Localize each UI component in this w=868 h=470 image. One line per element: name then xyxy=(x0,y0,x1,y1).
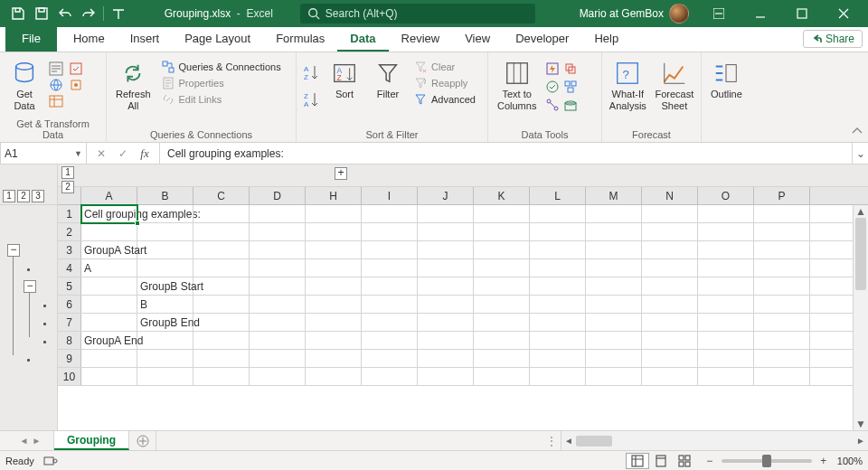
close-button[interactable] xyxy=(823,0,864,27)
save-button[interactable] xyxy=(31,3,52,24)
relationships-icon[interactable] xyxy=(545,98,560,112)
colhdr-A[interactable]: A xyxy=(81,187,137,204)
formula-input[interactable]: Cell grouping examples: xyxy=(160,143,852,164)
advanced-filter-button[interactable]: Advanced xyxy=(412,92,477,107)
rowhdr-8[interactable]: 8 xyxy=(58,332,81,349)
sheet-tab-active[interactable]: Grouping xyxy=(54,431,129,450)
tab-data[interactable]: Data xyxy=(337,27,388,52)
hscroll-thumb[interactable] xyxy=(576,436,612,446)
cell-K1[interactable] xyxy=(474,205,530,222)
cell-B7[interactable]: GroupB End xyxy=(137,314,193,331)
from-table-icon[interactable] xyxy=(49,94,63,108)
from-text-icon[interactable] xyxy=(49,61,63,76)
forecast-sheet-button[interactable]: Forecast Sheet xyxy=(654,58,695,113)
undo-button[interactable] xyxy=(54,3,76,24)
colhdr-H[interactable]: H xyxy=(306,187,362,204)
zoom-level[interactable]: 100% xyxy=(837,456,863,466)
colhdr-C[interactable]: C xyxy=(193,187,250,204)
rowhdr-6[interactable]: 6 xyxy=(58,296,81,313)
recent-sources-icon[interactable] xyxy=(69,61,83,76)
colhdr-J[interactable]: J xyxy=(418,187,474,204)
outline-collapse-groupa[interactable]: − xyxy=(7,244,20,257)
minimize-button[interactable] xyxy=(740,0,781,27)
page-break-view-button[interactable] xyxy=(673,453,696,469)
reapply-button[interactable]: Reapply xyxy=(412,76,477,90)
cell-A8[interactable]: GroupA End xyxy=(81,332,137,349)
name-box[interactable]: A1 ▼ xyxy=(0,143,87,164)
data-validation-icon[interactable] xyxy=(545,80,560,94)
colhdr-O[interactable]: O xyxy=(698,187,754,204)
cell-A4[interactable]: A xyxy=(81,259,137,277)
cell-B1[interactable] xyxy=(137,205,193,222)
queries-connections-button[interactable]: Queries & Connections xyxy=(160,60,283,74)
cell-J1[interactable] xyxy=(418,205,474,222)
row-level-3[interactable]: 3 xyxy=(32,190,44,202)
cell-C1[interactable] xyxy=(193,205,250,222)
scroll-down-icon[interactable]: ▼ xyxy=(854,418,868,430)
rowhdr-1[interactable]: 1 xyxy=(58,205,81,222)
colhdr-K[interactable]: K xyxy=(474,187,530,204)
tab-help[interactable]: Help xyxy=(581,27,631,52)
insert-function-button[interactable]: fx xyxy=(134,146,156,161)
tab-page-layout[interactable]: Page Layout xyxy=(172,27,263,52)
row-level-1[interactable]: 1 xyxy=(3,190,15,202)
scroll-left-icon[interactable]: ◄ xyxy=(561,436,576,446)
cell-H1[interactable] xyxy=(306,205,362,222)
filter-button[interactable]: Filter xyxy=(369,58,407,102)
redo-button[interactable] xyxy=(78,3,99,24)
cell-I1[interactable] xyxy=(362,205,418,222)
sort-desc-icon[interactable]: ZA xyxy=(302,90,320,108)
add-sheet-button[interactable] xyxy=(129,431,156,450)
share-button[interactable]: Share xyxy=(803,30,863,48)
rowhdr-4[interactable]: 4 xyxy=(58,259,81,277)
colhdr-L[interactable]: L xyxy=(530,187,586,204)
remove-dup-icon[interactable] xyxy=(563,61,578,76)
cell-B6[interactable]: B xyxy=(137,296,193,313)
cell-P1[interactable] xyxy=(754,205,810,222)
properties-button[interactable]: Properties xyxy=(160,76,283,90)
sort-button[interactable]: AZ Sort xyxy=(326,58,363,102)
cell-L1[interactable] xyxy=(530,205,586,222)
rowhdr-2[interactable]: 2 xyxy=(58,223,81,240)
rowhdr-3[interactable]: 3 xyxy=(58,241,81,258)
autosave-icon[interactable] xyxy=(7,3,29,24)
tab-developer[interactable]: Developer xyxy=(503,27,581,52)
rowhdr-7[interactable]: 7 xyxy=(58,314,81,331)
cell-M1[interactable] xyxy=(586,205,642,222)
tab-formulas[interactable]: Formulas xyxy=(263,27,337,52)
scroll-up-icon[interactable]: ▲ xyxy=(854,205,868,218)
data-model-icon[interactable] xyxy=(563,98,578,112)
get-data-button[interactable]: Get Data xyxy=(5,58,43,113)
whatif-button[interactable]: ? What-If Analysis xyxy=(608,58,648,113)
cell-A3[interactable]: GroupA Start xyxy=(81,241,137,258)
outline-button[interactable]: Outline xyxy=(707,58,746,102)
cell-O1[interactable] xyxy=(698,205,754,222)
tab-review[interactable]: Review xyxy=(389,27,453,52)
sheet-tab-nav[interactable]: ◄► xyxy=(0,431,54,450)
outline-collapse-groupb[interactable]: − xyxy=(24,280,36,293)
colhdr-P[interactable]: P xyxy=(754,187,810,204)
rowhdr-9[interactable]: 9 xyxy=(58,350,81,367)
horizontal-scrollbar[interactable]: ◄ ► xyxy=(561,431,868,450)
cell-A1[interactable]: Cell grouping examples: xyxy=(81,205,137,222)
row-level-2[interactable]: 2 xyxy=(17,190,30,202)
scroll-right-icon[interactable]: ► xyxy=(854,436,868,446)
from-web-icon[interactable] xyxy=(49,78,63,92)
name-box-dropdown-icon[interactable]: ▼ xyxy=(74,149,82,158)
maximize-button[interactable] xyxy=(781,0,823,27)
page-layout-view-button[interactable] xyxy=(649,453,673,469)
cancel-formula-button[interactable]: ✕ xyxy=(90,147,112,160)
rowhdr-10[interactable]: 10 xyxy=(58,368,81,385)
macro-record-icon[interactable] xyxy=(43,455,58,467)
cell-B5[interactable]: GroupB Start xyxy=(137,277,193,295)
colhdr-I[interactable]: I xyxy=(362,187,418,204)
rowhdr-5[interactable]: 5 xyxy=(58,277,81,295)
colhdr-B[interactable]: B xyxy=(137,187,193,204)
qat-customize-icon[interactable] xyxy=(108,3,129,24)
flash-fill-icon[interactable] xyxy=(545,61,560,76)
column-group-expand[interactable]: + xyxy=(335,167,347,180)
colhdr-N[interactable]: N xyxy=(642,187,698,204)
existing-conn-icon[interactable] xyxy=(69,78,83,92)
account-user[interactable]: Mario at GemBox xyxy=(571,4,698,24)
tab-file[interactable]: File xyxy=(5,27,57,52)
